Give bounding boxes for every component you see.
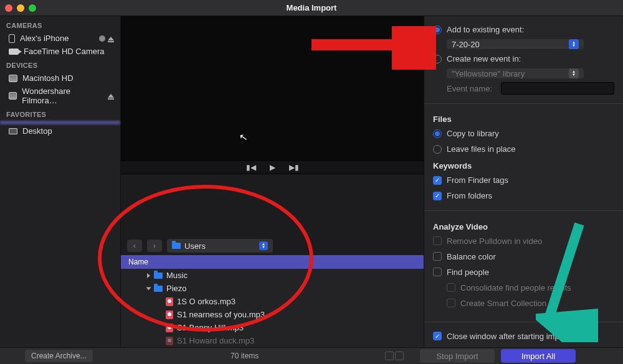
create-archive-button[interactable]: Create Archive... [25,350,93,362]
select-value: "Yellowstone" library [452,69,525,78]
updown-icon: ▲▼ [259,241,268,250]
eject-icon[interactable] [108,37,114,40]
sidebar-item-label: Desktop [22,126,52,136]
event-name-input [501,82,614,95]
sidebar-item-macintosh-hd[interactable]: Macintosh HD [0,72,120,85]
nav-forward-button[interactable]: › [147,240,162,252]
check-label: From folders [447,191,492,200]
files-header: Files [433,114,614,124]
camera-icon [9,49,19,55]
updown-icon: ▲▼ [569,39,579,49]
checkbox-icon: ✓ [433,332,442,340]
file-row[interactable]: S1 Howard duck.mp3 [121,334,424,347]
check-label: Find people [447,268,489,277]
file-name: S1 Benny Hill.mp3 [177,323,244,332]
radio-label: Copy to library [447,129,499,138]
file-row[interactable]: S1 Benny Hill.mp3 [121,321,424,334]
checkbox-icon [433,252,442,261]
sidebar-item-desktop[interactable]: Desktop [0,124,120,138]
center-panel: ↖ ▮◀ ▶ ▶▮ ‹ › Users ▲▼ Name [121,16,424,347]
checkbox-icon [433,268,442,276]
check-find-people[interactable]: Find people [433,266,614,278]
path-label: Users [184,241,206,251]
audio-file-icon [166,297,173,306]
radio-icon [433,55,442,63]
play-button[interactable]: ▶ [270,163,275,172]
maximize-window-icon[interactable] [29,4,36,12]
check-balance-color[interactable]: Balance color [433,251,614,263]
prev-button[interactable]: ▮◀ [246,163,256,172]
disk-icon [9,92,17,100]
file-list: Music Piezo 1S O orkos.mp3 S1 nearness o… [121,269,424,347]
sidebar-item-label: Macintosh HD [22,73,74,83]
radio-create-new[interactable]: Create new event in: [433,53,614,65]
folder-icon [154,286,163,292]
existing-event-select[interactable]: 7-20-20 ▲▼ [447,39,584,49]
sidebar-item-filmora[interactable]: Wondershare Filmora… [0,85,120,107]
disclosure-triangle-icon[interactable] [147,273,150,278]
stop-import-button: Stop Import [420,349,495,363]
check-remove-pulldown: Remove Pulldown in video [433,235,614,247]
nav-back-button[interactable]: ‹ [127,240,142,252]
radio-icon [433,145,442,154]
check-from-folders[interactable]: ✓ From folders [433,190,614,202]
radio-add-existing[interactable]: Add to existing event: [433,24,614,35]
folder-row[interactable]: Piezo [121,282,424,295]
event-name-label: Event name: [447,84,492,93]
sidebar: CAMERAS Alex's iPhone FaceTime HD Camera… [0,16,121,347]
phone-icon [9,34,15,43]
eject-icon[interactable] [108,94,114,98]
checkbox-icon: ✓ [433,176,442,185]
select-value: 7-20-20 [452,40,480,49]
check-label: Consolidate find people results [460,283,571,292]
check-finder-tags[interactable]: ✓ From Finder tags [433,174,614,186]
next-button[interactable]: ▶▮ [289,163,299,172]
radio-copy-library[interactable]: Copy to library [433,128,614,139]
folder-icon [154,273,163,279]
check-consolidate: Consolidate find people results [433,282,614,294]
checkbox-icon [433,236,442,245]
window-controls [5,4,36,12]
checkbox-icon [447,299,455,307]
preview-area: ↖ [121,16,424,161]
import-all-button[interactable]: Import All [501,349,576,363]
sidebar-item-label: FaceTime HD Camera [24,47,105,56]
radio-icon [433,26,442,34]
radio-leave-files[interactable]: Leave files in place [433,143,614,155]
check-smart-collection: Create Smart Collection [433,297,614,309]
sidebar-item-facetime[interactable]: FaceTime HD Camera [0,45,120,58]
close-window-icon[interactable] [5,4,12,12]
path-popup[interactable]: Users ▲▼ [167,239,273,253]
item-count-label: 70 items [231,352,259,360]
radio-label: Leave files in place [447,144,516,154]
file-name: Music [166,271,188,280]
sidebar-item-label: Wondershare Filmora… [22,86,103,105]
section-header-cameras: CAMERAS [0,18,120,32]
file-name: S1 nearness of you.mp3 [177,310,265,319]
view-mode-toggle[interactable] [385,352,404,360]
library-select: "Yellowstone" library ▲▼ [447,68,584,78]
bottom-bar: Create Archive... 70 items Stop Import I… [0,347,623,364]
file-row[interactable]: S1 nearness of you.mp3 [121,308,424,321]
disclosure-triangle-icon[interactable] [146,287,151,290]
file-name: 1S O orkos.mp3 [177,297,235,306]
check-label: Close window after starting import [447,332,569,341]
titlebar: Media Import [0,0,623,16]
check-close-window[interactable]: ✓ Close window after starting import [433,330,614,342]
check-label: Remove Pulldown in video [447,236,542,246]
audio-file-icon [166,324,173,332]
file-row[interactable]: 1S O orkos.mp3 [121,295,424,308]
options-panel: Add to existing event: 7-20-20 ▲▼ Create… [424,16,623,347]
file-name: S1 Howard duck.mp3 [177,336,254,345]
sidebar-item-iphone[interactable]: Alex's iPhone [0,32,120,45]
checkbox-icon [447,283,455,292]
minimize-window-icon[interactable] [17,4,24,12]
section-header-favorites: FAVORITES [0,107,120,121]
checkbox-icon: ✓ [433,192,442,200]
radio-label: Add to existing event: [447,25,524,34]
file-browser: ‹ › Users ▲▼ Name Music Piezo [121,174,424,347]
path-bar: ‹ › Users ▲▼ [121,236,424,255]
folder-row[interactable]: Music [121,269,424,282]
column-header-name[interactable]: Name [121,255,424,269]
check-label: Create Smart Collection [460,299,546,308]
